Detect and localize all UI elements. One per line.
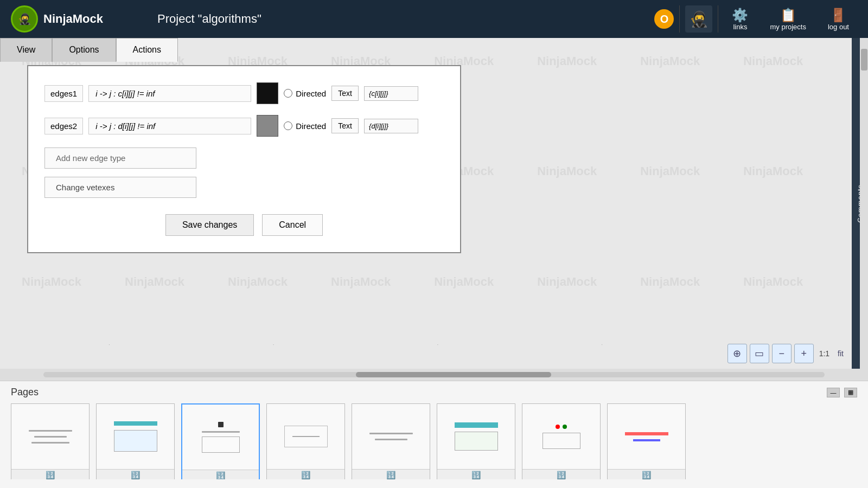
zoom-out-button[interactable]: −: [772, 344, 792, 363]
change-vertices-button[interactable]: Change vetexes: [44, 177, 196, 198]
zoom-controls: ⊕ ▭ − + 1:1 fit: [727, 344, 846, 363]
dialog-panel: edges1 i -> j : c[i][j] != inf Directed …: [27, 65, 461, 253]
page-icon-7: 🔢: [557, 471, 566, 479]
page-thumb-1[interactable]: 🔢: [11, 403, 90, 479]
device-icon[interactable]: ▭: [750, 344, 769, 363]
edge2-checkbox-box[interactable]: [284, 121, 292, 130]
tab-view[interactable]: View: [0, 38, 52, 62]
page-thumb-7-footer: 🔢: [522, 469, 600, 479]
logout-button[interactable]: 🚪 log out: [820, 5, 857, 34]
tabs-bar: View Options Actions: [0, 38, 178, 62]
header: 🥷 NinjaMock Project "algorithms" O 🥷 ⚙️ …: [0, 0, 868, 38]
logo-icon: 🥷: [11, 5, 38, 33]
header-divider2: [718, 5, 718, 33]
edge1-expression[interactable]: {c[i][j]}: [364, 86, 418, 101]
page-icon-4: 🔢: [301, 471, 310, 479]
page-thumb-4[interactable]: 🔢: [266, 403, 345, 479]
tab-options[interactable]: Options: [52, 38, 116, 62]
page-icon-3: 🔢: [216, 471, 225, 480]
edge2-condition[interactable]: i -> j : d[i][j] != inf: [88, 118, 251, 134]
edge-row-2: edges2 i -> j : d[i][j] != inf Directed …: [44, 115, 444, 137]
page-thumb-5-footer: 🔢: [352, 469, 430, 479]
page-thumb-8-footer: 🔢: [608, 469, 685, 479]
page-thumb-6-footer: 🔢: [437, 469, 515, 479]
zoom-fit-button[interactable]: fit: [835, 349, 846, 358]
page-thumb-3-inner: [182, 404, 259, 470]
edge-row-1: edges1 i -> j : c[i][j] != inf Directed …: [44, 82, 444, 104]
edge1-text-label: Text: [331, 86, 359, 101]
pages-grid-button[interactable]: ▦: [844, 388, 857, 397]
page-thumb-3[interactable]: 🔢: [181, 403, 260, 479]
page-icon-2: 🔢: [131, 471, 140, 479]
user-avatar: 🥷: [685, 5, 712, 33]
v-scroll-thumb[interactable]: [861, 49, 867, 70]
edge2-directed-checkbox[interactable]: Directed: [284, 121, 326, 131]
logo-area: 🥷 NinjaMock: [11, 5, 103, 33]
projects-icon: 📋: [770, 8, 806, 23]
pan-icon[interactable]: ⊕: [727, 344, 747, 363]
edge2-color-swatch[interactable]: [257, 115, 278, 137]
page-thumb-1-inner: [11, 404, 89, 469]
save-changes-button[interactable]: Save changes: [165, 214, 254, 236]
pages-minimize-button[interactable]: —: [827, 388, 840, 397]
page-thumb-7[interactable]: 🔢: [522, 403, 601, 479]
canvas-area[interactable]: View Options Actions NinjaMockNinjaMockN…: [0, 38, 868, 369]
h-scrollbar-area: [0, 369, 868, 381]
page-icon-1: 🔢: [46, 471, 55, 479]
page-icon-5: 🔢: [386, 471, 395, 479]
header-nav: O 🥷 ⚙️ links 📋 my projects 🚪 log out: [654, 5, 857, 34]
pages-thumbnails: 🔢 🔢: [11, 403, 857, 479]
edge2-directed-label: Directed: [296, 121, 326, 131]
page-icon-6: 🔢: [471, 471, 481, 479]
links-icon: ⚙️: [732, 8, 748, 23]
logout-icon: 🚪: [828, 8, 849, 23]
page-icon-8: 🔢: [642, 471, 651, 479]
zoom-ratio: 1:1: [816, 349, 832, 358]
page-thumb-5[interactable]: 🔢: [352, 403, 430, 479]
v-scrollbar[interactable]: [860, 38, 868, 369]
page-thumb-7-inner: [522, 404, 600, 469]
header-divider: [679, 5, 680, 33]
edge2-expression[interactable]: {d[i][j]}: [364, 119, 418, 133]
pages-controls: — ▦: [827, 388, 857, 397]
edge1-color-swatch[interactable]: [257, 82, 278, 104]
edge2-text-label: Text: [331, 118, 359, 133]
edge1-directed-label: Directed: [296, 89, 326, 98]
page-thumb-5-inner: [352, 404, 430, 469]
page-thumb-3-footer: 🔢: [182, 470, 259, 479]
edge1-checkbox-box[interactable]: [284, 89, 292, 98]
pages-section: Pages · · · · — ▦ 🔢: [0, 381, 868, 488]
page-thumb-1-footer: 🔢: [11, 469, 89, 479]
page-thumb-2-footer: 🔢: [97, 469, 174, 479]
dialog-actions: Save changes Cancel: [44, 214, 444, 236]
edge1-label: edges1: [44, 85, 83, 102]
pages-header: Pages · · · · — ▦: [11, 387, 857, 398]
project-title: Project "algorithms": [157, 12, 643, 26]
page-thumb-8[interactable]: 🔢: [607, 403, 686, 479]
add-edge-button[interactable]: Add new edge type: [44, 147, 196, 169]
edge1-directed-checkbox[interactable]: Directed: [284, 89, 326, 98]
edge2-label: edges2: [44, 118, 83, 134]
page-thumb-4-inner: [267, 404, 344, 469]
page-thumb-8-inner: [608, 404, 685, 469]
cancel-button[interactable]: Cancel: [262, 214, 323, 236]
notification-badge[interactable]: O: [654, 9, 674, 29]
zoom-in-button[interactable]: +: [794, 344, 814, 363]
page-thumb-2[interactable]: 🔢: [96, 403, 175, 479]
main-area: View Options Actions NinjaMockNinjaMockN…: [0, 38, 868, 369]
h-scroll-thumb[interactable]: [356, 372, 551, 377]
logo-text: NinjaMock: [43, 12, 103, 26]
links-button[interactable]: ⚙️ links: [724, 5, 756, 34]
page-thumb-2-inner: [97, 404, 174, 469]
pages-title: Pages: [11, 387, 39, 398]
edge1-condition[interactable]: i -> j : c[i][j] != inf: [88, 85, 251, 102]
page-thumb-6-inner: [437, 404, 515, 469]
page-thumb-4-footer: 🔢: [267, 469, 344, 479]
h-scrollbar[interactable]: [43, 372, 825, 377]
my-projects-button[interactable]: 📋 my projects: [762, 5, 814, 34]
tab-actions[interactable]: Actions: [116, 38, 178, 62]
page-thumb-6[interactable]: 🔢: [437, 403, 515, 479]
